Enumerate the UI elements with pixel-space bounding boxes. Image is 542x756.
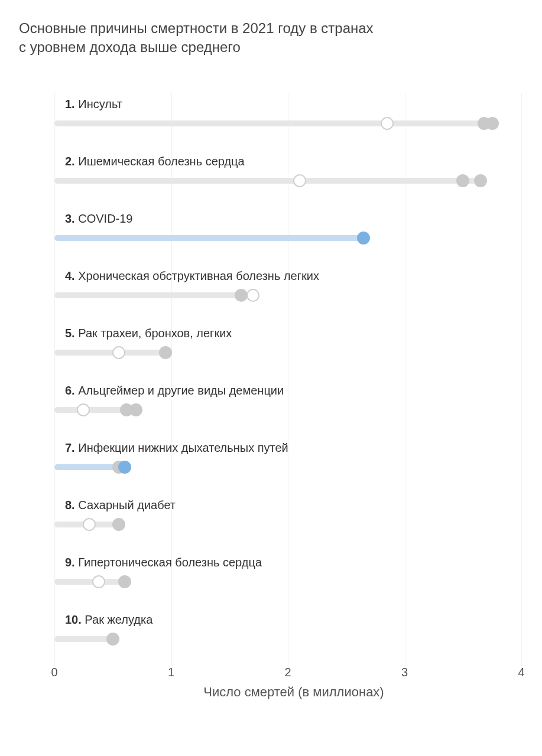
marker-blue (118, 461, 131, 474)
row-label: 3. COVID-19 (65, 212, 133, 226)
row-name: Рак желудка (85, 613, 152, 626)
chart-row: 4. Хроническая обструктивная болезнь лег… (54, 265, 533, 318)
row-rank: 6. (65, 384, 78, 397)
x-tick: 1 (168, 666, 174, 679)
chart-page: Основные причины смертности в 2021 году … (0, 0, 542, 756)
row-bar (54, 120, 492, 126)
marker-grey (118, 575, 131, 588)
row-name: Сахарный диабет (78, 498, 176, 511)
row-label: 5. Рак трахеи, бронхов, легких (65, 327, 232, 340)
x-tick: 2 (284, 666, 291, 679)
chart-row: 10. Рак желудка (54, 608, 533, 662)
row-rank: 4. (65, 269, 78, 282)
marker-open (246, 289, 259, 302)
title-line-1: Основные причины смертности в 2021 году … (19, 20, 374, 36)
marker-blue (357, 232, 370, 245)
row-label: 8. Сахарный диабет (65, 498, 176, 512)
row-rank: 5. (65, 327, 78, 340)
title-line-2: с уровнем дохода выше среднего (19, 39, 241, 55)
row-label: 6. Альцгеймер и другие виды деменции (65, 384, 284, 397)
row-rank: 3. (65, 212, 78, 225)
row-label: 7. Инфекции нижних дыхательных путей (65, 441, 288, 455)
row-bar (54, 636, 113, 642)
chart-area: 1. Инсульт2. Ишемическая болезнь сердца3… (54, 93, 533, 707)
row-rank: 2. (65, 155, 78, 168)
marker-grey (112, 518, 125, 531)
marker-grey (106, 633, 119, 646)
marker-grey (129, 403, 142, 416)
x-axis: Число смертей (в миллионах) 01234 (54, 666, 533, 707)
row-name: Альцгеймер и другие виды деменции (78, 384, 284, 397)
marker-open (112, 346, 125, 359)
row-bar (54, 235, 364, 241)
marker-open (77, 403, 90, 416)
row-label: 1. Инсульт (65, 97, 122, 111)
plot: 1. Инсульт2. Ишемическая болезнь сердца3… (54, 93, 533, 666)
chart-row: 8. Сахарный диабет (54, 494, 533, 547)
row-label: 10. Рак желудка (65, 613, 152, 627)
row-label: 4. Хроническая обструктивная болезнь лег… (65, 269, 319, 283)
row-name: Инфекции нижних дыхательных путей (78, 441, 288, 454)
chart-row: 7. Инфекции нижних дыхательных путей (54, 436, 533, 490)
x-tick: 3 (401, 666, 408, 679)
marker-open (92, 575, 105, 588)
chart-row: 9. Гипертоническая болезнь сердца (54, 551, 533, 604)
row-name: Рак трахеи, бронхов, легких (78, 327, 232, 340)
row-rank: 9. (65, 556, 78, 569)
row-bar (54, 579, 125, 585)
row-name: COVID-19 (78, 212, 132, 225)
chart-row: 5. Рак трахеи, бронхов, легких (54, 322, 533, 375)
row-name: Гипертоническая болезнь сердца (78, 556, 262, 569)
marker-grey (159, 346, 172, 359)
row-bar (54, 350, 165, 356)
marker-open (381, 117, 394, 130)
x-tick: 0 (51, 666, 57, 679)
marker-grey (486, 117, 499, 130)
chart-row: 1. Инсульт (54, 93, 533, 146)
row-name: Ишемическая болезнь сердца (78, 155, 244, 168)
x-axis-label: Число смертей (в миллионах) (54, 685, 533, 700)
chart-row: 6. Альцгеймер и другие виды деменции (54, 379, 533, 432)
page-title: Основные причины смертности в 2021 году … (19, 19, 433, 57)
marker-grey (456, 174, 469, 187)
row-name: Инсульт (78, 97, 122, 110)
row-rank: 8. (65, 498, 78, 511)
row-rank: 10. (65, 613, 85, 626)
marker-open (293, 174, 306, 187)
marker-grey (474, 174, 487, 187)
x-tick: 4 (518, 666, 524, 679)
marker-open (83, 518, 96, 531)
row-rank: 7. (65, 441, 78, 454)
row-label: 9. Гипертоническая болезнь сердца (65, 556, 262, 569)
chart-row: 3. COVID-19 (54, 207, 533, 260)
row-name: Хроническая обструктивная болезнь легких (78, 269, 319, 282)
chart-row: 2. Ишемическая болезнь сердца (54, 150, 533, 203)
row-bar (54, 178, 481, 184)
marker-grey (235, 289, 248, 302)
row-rank: 1. (65, 97, 78, 110)
row-label: 2. Ишемическая болезнь сердца (65, 155, 245, 168)
row-bar (54, 292, 241, 298)
